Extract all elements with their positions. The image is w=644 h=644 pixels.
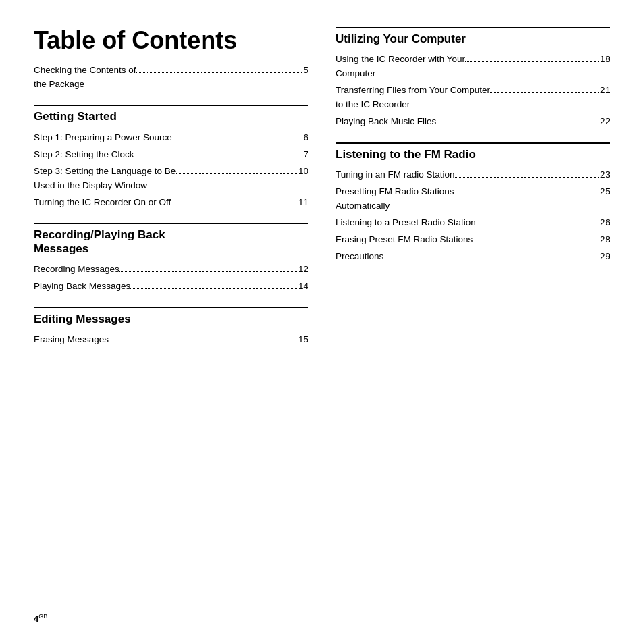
entry-label: Step 2: Setting the Clock <box>34 148 134 162</box>
entry-page: 7 <box>303 149 308 159</box>
entry-dots <box>383 259 599 259</box>
list-item: Presetting FM Radio StationsAutomaticall… <box>336 185 610 213</box>
entry-dots <box>130 288 297 289</box>
list-item: Turning the IC Recorder On or Off 11 <box>34 196 308 210</box>
entry-page: 18 <box>600 54 610 64</box>
entry-dots <box>134 157 302 157</box>
entry-page: 12 <box>298 264 308 274</box>
entry-page: 14 <box>298 281 308 291</box>
list-item: Playing Back Music Files 22 <box>336 115 610 129</box>
entry-page: 23 <box>600 169 610 180</box>
section-fm-radio: Listening to the FM Radio <box>336 142 610 161</box>
entry-label: Tuning in an FM radio Station <box>336 168 455 182</box>
entry-page: 15 <box>298 334 308 344</box>
list-item: Playing Back Messages 14 <box>34 279 308 294</box>
entry-label: Step 1: Preparing a Power Source <box>34 131 172 145</box>
list-item: Step 2: Setting the Clock 7 <box>34 148 308 162</box>
page: Table of Contents Checking the Contents … <box>0 0 644 644</box>
entry-dots <box>171 205 297 205</box>
entry-label: Listening to a Preset Radio Station <box>336 216 476 230</box>
section-getting-started: Getting Started <box>34 105 308 124</box>
entry-page: 26 <box>600 217 610 227</box>
left-column: Table of Contents Checking the Contents … <box>34 27 308 617</box>
list-item: Step 1: Preparing a Power Source 6 <box>34 131 308 145</box>
entry-label: Turning the IC Recorder On or Off <box>34 196 171 210</box>
entry-page: 21 <box>600 85 610 95</box>
entry-page: 6 <box>303 132 308 142</box>
entry-label: Playing Back Messages <box>34 279 130 294</box>
entry-dots <box>119 271 297 272</box>
list-item: Transferring Files from Your Computerto … <box>336 84 610 112</box>
list-item: Precautions 29 <box>336 250 610 264</box>
entry-dots <box>476 225 599 225</box>
entry-label: Erasing Messages <box>34 333 109 347</box>
entry-dots <box>172 140 302 140</box>
entry-page: 11 <box>298 197 308 207</box>
entry-label: Transferring Files from Your Computerto … <box>336 84 490 112</box>
entry-dots <box>454 194 599 194</box>
page-number: 4GB <box>34 613 47 624</box>
entry-label: Recording Messages <box>34 263 119 277</box>
entry-label: Presetting FM Radio StationsAutomaticall… <box>336 185 454 213</box>
entry-dots <box>176 173 297 174</box>
entry-dots <box>109 342 297 342</box>
entry-page: 10 <box>298 166 308 176</box>
list-item: Step 3: Setting the Language to BeUsed i… <box>34 165 308 193</box>
list-item: Tuning in an FM radio Station 23 <box>336 168 610 182</box>
entry-label: Step 3: Setting the Language to BeUsed i… <box>34 165 176 193</box>
list-item: Recording Messages 12 <box>34 263 308 277</box>
entry-dots <box>490 92 599 93</box>
entry-dots <box>436 124 599 124</box>
entry-label: Checking the Contents ofthe Package <box>34 63 136 92</box>
entry-page: 22 <box>600 116 610 126</box>
entry-label: Erasing Preset FM Radio Stations <box>336 233 473 247</box>
list-item: Using the IC Recorder with YourComputer … <box>336 53 610 81</box>
section-recording: Recording/Playing BackMessages <box>34 223 308 256</box>
entry-label: Playing Back Music Files <box>336 115 436 129</box>
list-item: Listening to a Preset Radio Station 26 <box>336 216 610 230</box>
page-title: Table of Contents <box>34 27 308 54</box>
right-column: Utilizing Your Computer Using the IC Rec… <box>336 27 610 617</box>
entry-page: 28 <box>600 234 610 244</box>
entry-page: 5 <box>303 65 308 75</box>
section-computer: Utilizing Your Computer <box>336 27 610 46</box>
entry-label: Precautions <box>336 250 383 264</box>
entry-dots <box>465 61 599 62</box>
list-item: Erasing Messages 15 <box>34 333 308 347</box>
entry-dots <box>136 72 302 73</box>
entry-label: Using the IC Recorder with YourComputer <box>336 53 465 81</box>
section-editing: Editing Messages <box>34 307 308 326</box>
entry-page: 25 <box>600 186 610 196</box>
entry-dots <box>455 177 599 178</box>
entry-page: 29 <box>600 251 610 261</box>
intro-entry: Checking the Contents ofthe Package 5 <box>34 63 308 92</box>
entry-dots <box>473 242 599 242</box>
list-item: Erasing Preset FM Radio Stations 28 <box>336 233 610 247</box>
